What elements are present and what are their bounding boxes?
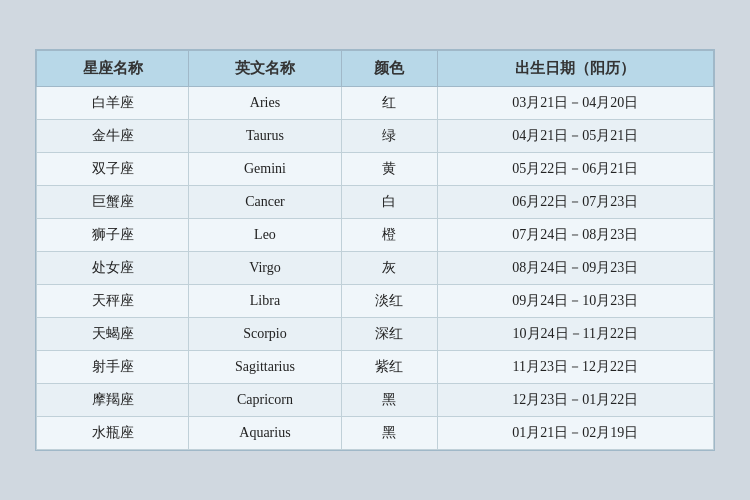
cell-10-0: 水瓶座 <box>37 417 189 450</box>
cell-1-3: 04月21日－05月21日 <box>437 120 713 153</box>
cell-8-2: 紫红 <box>341 351 437 384</box>
cell-8-0: 射手座 <box>37 351 189 384</box>
cell-0-3: 03月21日－04月20日 <box>437 87 713 120</box>
table-row: 天秤座Libra淡红09月24日－10月23日 <box>37 285 714 318</box>
cell-9-3: 12月23日－01月22日 <box>437 384 713 417</box>
cell-7-3: 10月24日－11月22日 <box>437 318 713 351</box>
cell-5-0: 处女座 <box>37 252 189 285</box>
cell-0-1: Aries <box>189 87 341 120</box>
table-row: 处女座Virgo灰08月24日－09月23日 <box>37 252 714 285</box>
cell-1-2: 绿 <box>341 120 437 153</box>
col-header-chinese-name: 星座名称 <box>37 51 189 87</box>
table-body: 白羊座Aries红03月21日－04月20日金牛座Taurus绿04月21日－0… <box>37 87 714 450</box>
cell-6-3: 09月24日－10月23日 <box>437 285 713 318</box>
cell-0-0: 白羊座 <box>37 87 189 120</box>
cell-3-3: 06月22日－07月23日 <box>437 186 713 219</box>
table-header-row: 星座名称 英文名称 颜色 出生日期（阳历） <box>37 51 714 87</box>
cell-6-2: 淡红 <box>341 285 437 318</box>
cell-7-2: 深红 <box>341 318 437 351</box>
cell-9-0: 摩羯座 <box>37 384 189 417</box>
cell-3-0: 巨蟹座 <box>37 186 189 219</box>
cell-1-0: 金牛座 <box>37 120 189 153</box>
cell-3-2: 白 <box>341 186 437 219</box>
cell-5-3: 08月24日－09月23日 <box>437 252 713 285</box>
cell-10-2: 黑 <box>341 417 437 450</box>
cell-3-1: Cancer <box>189 186 341 219</box>
cell-8-3: 11月23日－12月22日 <box>437 351 713 384</box>
table-row: 白羊座Aries红03月21日－04月20日 <box>37 87 714 120</box>
table-row: 摩羯座Capricorn黑12月23日－01月22日 <box>37 384 714 417</box>
cell-2-3: 05月22日－06月21日 <box>437 153 713 186</box>
col-header-english-name: 英文名称 <box>189 51 341 87</box>
table-row: 双子座Gemini黄05月22日－06月21日 <box>37 153 714 186</box>
cell-7-1: Scorpio <box>189 318 341 351</box>
cell-7-0: 天蝎座 <box>37 318 189 351</box>
cell-4-0: 狮子座 <box>37 219 189 252</box>
col-header-color: 颜色 <box>341 51 437 87</box>
table-row: 水瓶座Aquarius黑01月21日－02月19日 <box>37 417 714 450</box>
cell-1-1: Taurus <box>189 120 341 153</box>
cell-0-2: 红 <box>341 87 437 120</box>
table-row: 巨蟹座Cancer白06月22日－07月23日 <box>37 186 714 219</box>
col-header-birthday: 出生日期（阳历） <box>437 51 713 87</box>
table-row: 射手座Sagittarius紫红11月23日－12月22日 <box>37 351 714 384</box>
cell-9-2: 黑 <box>341 384 437 417</box>
zodiac-table: 星座名称 英文名称 颜色 出生日期（阳历） 白羊座Aries红03月21日－04… <box>36 50 714 450</box>
cell-6-0: 天秤座 <box>37 285 189 318</box>
zodiac-table-container: 星座名称 英文名称 颜色 出生日期（阳历） 白羊座Aries红03月21日－04… <box>35 49 715 451</box>
cell-5-1: Virgo <box>189 252 341 285</box>
cell-9-1: Capricorn <box>189 384 341 417</box>
cell-8-1: Sagittarius <box>189 351 341 384</box>
table-row: 天蝎座Scorpio深红10月24日－11月22日 <box>37 318 714 351</box>
cell-4-3: 07月24日－08月23日 <box>437 219 713 252</box>
cell-10-1: Aquarius <box>189 417 341 450</box>
table-row: 金牛座Taurus绿04月21日－05月21日 <box>37 120 714 153</box>
cell-4-1: Leo <box>189 219 341 252</box>
cell-10-3: 01月21日－02月19日 <box>437 417 713 450</box>
cell-4-2: 橙 <box>341 219 437 252</box>
cell-2-2: 黄 <box>341 153 437 186</box>
table-row: 狮子座Leo橙07月24日－08月23日 <box>37 219 714 252</box>
cell-2-1: Gemini <box>189 153 341 186</box>
cell-2-0: 双子座 <box>37 153 189 186</box>
cell-5-2: 灰 <box>341 252 437 285</box>
cell-6-1: Libra <box>189 285 341 318</box>
